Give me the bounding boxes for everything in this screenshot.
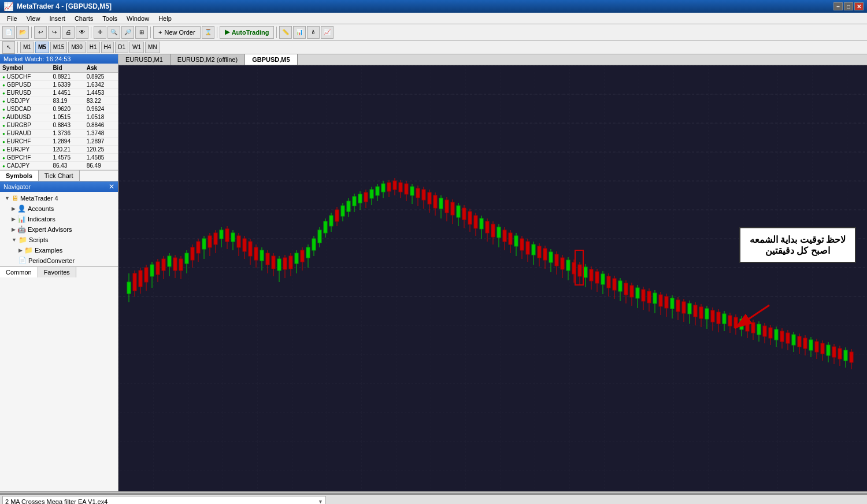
autotrading-btn[interactable]: ▶ AutoTrading xyxy=(220,26,275,39)
nav-item-metatrader4[interactable]: ▼ 🖥 MetaTrader 4 xyxy=(2,193,116,203)
redo-btn[interactable]: ↪ xyxy=(48,26,61,39)
menu-charts[interactable]: Charts xyxy=(70,14,98,23)
market-watch-row[interactable]: ● USDCHF 0.8921 0.8925 xyxy=(0,73,118,81)
undo-btn[interactable]: ↩ xyxy=(34,26,47,39)
tf-w1[interactable]: W1 xyxy=(129,42,144,53)
tf-mn[interactable]: MN xyxy=(145,42,160,53)
main-toolbar: 📄 📂 ↩ ↪ 🖨 👁 ✛ 🔍 🔎 ⊞ + New Order ⌛ ▶ Auto… xyxy=(0,24,867,40)
mw-tab-symbols[interactable]: Symbols xyxy=(0,171,39,181)
bar-chart-btn[interactable]: 📊 xyxy=(293,26,306,39)
market-watch-row[interactable]: ● CADJPY 86.43 86.49 xyxy=(0,162,118,170)
close-btn[interactable]: ✕ xyxy=(854,2,864,10)
chart-properties-btn[interactable]: ⊞ xyxy=(135,26,148,39)
market-watch-row[interactable]: ● EURCHF 1.2894 1.2897 xyxy=(0,138,118,146)
open-btn[interactable]: 📂 xyxy=(16,26,29,39)
history-btn[interactable]: ⌛ xyxy=(202,26,214,39)
svg-rect-187 xyxy=(636,288,639,298)
svg-rect-209 xyxy=(699,307,703,318)
svg-rect-147 xyxy=(520,239,524,250)
svg-rect-57 xyxy=(260,250,264,261)
nav-item-experts[interactable]: ▶ 🤖 Expert Advisors xyxy=(2,224,116,235)
menu-insert[interactable]: Insert xyxy=(45,14,70,23)
market-watch-row[interactable]: ● USDJPY 83.19 83.22 xyxy=(0,97,118,105)
tf-m15[interactable]: M15 xyxy=(50,42,67,53)
maximize-btn[interactable]: □ xyxy=(844,2,853,10)
print-preview-btn[interactable]: 👁 xyxy=(76,26,88,39)
window-controls[interactable]: – □ ✕ xyxy=(833,2,864,10)
new-order-btn[interactable]: + New Order xyxy=(153,26,201,39)
mw-bid: 0.8843 xyxy=(50,121,84,129)
market-watch-row[interactable]: ● EURGBP 0.8843 0.8846 xyxy=(0,121,118,129)
chart-tab-gbpusd-m5[interactable]: GBPUSD,M5 xyxy=(245,54,297,65)
expand-icon: ▼ xyxy=(5,195,10,201)
svg-rect-37 xyxy=(202,239,206,249)
app-title: 📈 MetaTrader 4 - [GBPUSD,M5] xyxy=(3,2,112,11)
chart-tab-eurusd-m2[interactable]: EURUSD,M2 (offline) xyxy=(171,54,245,65)
nav-item-accounts[interactable]: ▶ 👤 Accounts xyxy=(2,203,116,214)
folder-icon-scripts: 📁 xyxy=(18,236,27,244)
svg-rect-49 xyxy=(237,236,240,247)
chart-canvas[interactable]: GBPUSD,M5 1.1907 1.1908 1.1907 1.1908 xyxy=(118,65,867,491)
nav-item-period-converter[interactable]: 📄 PeriodConverter xyxy=(2,255,116,265)
svg-rect-33 xyxy=(191,247,194,260)
svg-rect-255 xyxy=(832,347,836,357)
cursor-btn[interactable]: ↖ xyxy=(2,41,15,54)
svg-rect-213 xyxy=(711,310,714,322)
nav-item-indicators[interactable]: ▶ 📊 Indicators xyxy=(2,214,116,224)
zoom-in-btn[interactable]: 🔍 xyxy=(108,26,120,39)
market-watch-row[interactable]: ● GBPCHF 1.4575 1.4585 xyxy=(0,154,118,162)
nav-tab-favorites[interactable]: Favorites xyxy=(38,267,76,277)
print-btn[interactable]: 🖨 xyxy=(62,26,75,39)
separator4 xyxy=(217,27,217,38)
svg-rect-81 xyxy=(329,216,333,226)
chart-tab-eurusd-m1[interactable]: EURUSD,M1 xyxy=(118,54,171,65)
menu-file[interactable]: File xyxy=(2,14,22,23)
svg-rect-117 xyxy=(433,195,437,208)
crosshair-btn[interactable]: ✛ xyxy=(94,26,106,39)
tf-h4[interactable]: H4 xyxy=(101,42,114,53)
col-bid: Bid xyxy=(50,64,84,73)
market-watch-row[interactable]: ● EURUSD 1.4451 1.4453 xyxy=(0,89,118,97)
menu-help[interactable]: Help xyxy=(154,14,176,23)
navigator-close-btn[interactable]: ✕ xyxy=(109,183,114,191)
menu-window[interactable]: Window xyxy=(122,14,154,23)
menu-view[interactable]: View xyxy=(22,14,45,23)
col-symbol: Symbol xyxy=(0,64,50,73)
nav-item-scripts[interactable]: ▼ 📁 Scripts xyxy=(2,235,116,245)
svg-line-264 xyxy=(735,305,769,328)
mw-ask: 1.6342 xyxy=(84,81,118,89)
svg-rect-99 xyxy=(381,184,385,192)
zoom-out-btn[interactable]: 🔎 xyxy=(121,26,134,39)
ea-dropdown[interactable]: 2 MA Crosses Mega filter EA V1.ex4 ▼ xyxy=(2,496,326,505)
tf-m30[interactable]: M30 xyxy=(68,42,85,53)
nav-tab-common[interactable]: Common xyxy=(0,267,38,277)
svg-rect-113 xyxy=(422,190,425,200)
market-watch-row[interactable]: ● AUDUSD 1.0515 1.0518 xyxy=(0,113,118,121)
new-chart-btn[interactable]: 📄 xyxy=(2,26,15,39)
expand-icon-indicators: ▶ xyxy=(12,216,16,222)
market-watch-row[interactable]: ● EURAUD 1.3736 1.3748 xyxy=(0,129,118,138)
svg-rect-127 xyxy=(462,208,466,220)
chart-svg xyxy=(118,65,867,491)
nav-item-examples[interactable]: ▶ 📁 Examples xyxy=(2,245,116,255)
svg-rect-199 xyxy=(670,298,674,309)
mw-tab-tick[interactable]: Tick Chart xyxy=(39,171,80,181)
candle-btn[interactable]: 🕯 xyxy=(307,26,320,39)
folder-icon-examples: 📁 xyxy=(24,246,33,254)
market-watch-row[interactable]: ● USDCAD 0.9620 0.9624 xyxy=(0,105,118,113)
menu-tools[interactable]: Tools xyxy=(98,14,122,23)
tf-d1[interactable]: D1 xyxy=(115,42,128,53)
svg-rect-21 xyxy=(156,262,160,275)
svg-rect-45 xyxy=(225,229,229,242)
line-chart-btn[interactable]: 📈 xyxy=(321,26,334,39)
tf-m1[interactable]: M1 xyxy=(20,42,34,53)
tf-m5[interactable]: M5 xyxy=(35,42,49,53)
market-watch-row[interactable]: ● EURJPY 120.21 120.25 xyxy=(0,146,118,154)
tf-h1[interactable]: H1 xyxy=(87,42,100,53)
svg-rect-11 xyxy=(127,282,131,294)
line-studies-btn[interactable]: 📏 xyxy=(279,26,292,39)
market-watch-row[interactable]: ● GBPUSD 1.6339 1.6342 xyxy=(0,81,118,89)
minimize-btn[interactable]: – xyxy=(833,2,843,10)
svg-rect-185 xyxy=(630,286,633,297)
separator3 xyxy=(150,27,151,38)
